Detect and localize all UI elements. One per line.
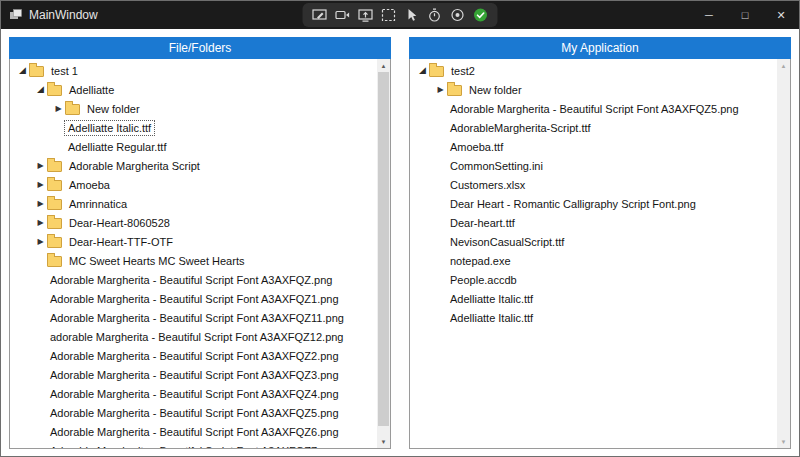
tree-item[interactable]: ▶ New folder bbox=[410, 80, 777, 99]
tree-item-label[interactable]: Adorable Margherita - Beautiful Script F… bbox=[47, 273, 335, 287]
tree-item-label[interactable]: Adelliatte Italic.ttf bbox=[447, 311, 536, 325]
scroll-down-icon[interactable]: ▼ bbox=[377, 435, 390, 448]
tree-item[interactable]: ◢ test 1 bbox=[10, 61, 377, 80]
tree-item[interactable]: Dear Heart - Romantic Calligraphy Script… bbox=[410, 194, 777, 213]
expander-icon[interactable]: ▶ bbox=[34, 219, 47, 227]
tree-item[interactable]: ▶ Dear-Heart-TTF-OTF bbox=[10, 232, 377, 251]
tree-item[interactable]: Amoeba.ttf bbox=[410, 137, 777, 156]
tree-item[interactable]: NevisonCasualScript.ttf bbox=[410, 232, 777, 251]
tree-item[interactable]: Adelliatte Regular.ttf bbox=[10, 137, 377, 156]
application-tree-container: ◢ test2 ▶ New folder Adorable Margherita… bbox=[409, 59, 791, 449]
tree-item-label[interactable]: Adelliatte Italic.ttf bbox=[447, 292, 536, 306]
tree-item-label[interactable]: Dear-Heart-8060528 bbox=[66, 216, 173, 230]
tree-item-label[interactable]: AdorableMargherita-Script.ttf bbox=[447, 121, 594, 135]
tree-item[interactable]: Adelliatte Italic.ttf bbox=[410, 308, 777, 327]
tree-item-label[interactable]: NevisonCasualScript.ttf bbox=[447, 235, 567, 249]
files-scrollbar[interactable]: ▲ ▼ bbox=[377, 59, 390, 448]
tree-item[interactable]: Adorable Margherita - Beautiful Script F… bbox=[10, 384, 377, 403]
application-scrollbar[interactable]: ▲ ▼ bbox=[777, 59, 790, 448]
expander-icon[interactable]: ◢ bbox=[16, 66, 29, 75]
expander-icon[interactable]: ▶ bbox=[52, 105, 65, 113]
tree-item-label[interactable]: Adorable Margherita Script bbox=[66, 159, 203, 173]
video-camera-icon[interactable] bbox=[335, 7, 351, 23]
scrollbar-thumb[interactable] bbox=[378, 72, 389, 426]
tree-item-label[interactable]: adorable Margherita - Beautiful Script F… bbox=[47, 330, 347, 344]
tree-item-label[interactable]: New folder bbox=[466, 83, 525, 97]
expander-icon[interactable]: ▶ bbox=[34, 238, 47, 246]
tree-item-label[interactable]: Adorable Margherita - Beautiful Script F… bbox=[47, 292, 342, 306]
tree-item-label[interactable]: Amoeba.ttf bbox=[447, 140, 506, 154]
tree-item[interactable]: AdorableMargherita-Script.ttf bbox=[410, 118, 777, 137]
tree-item-label[interactable]: Adorable Margherita - Beautiful Script F… bbox=[447, 102, 742, 116]
tree-item[interactable]: ▶ Adorable Margherita Script bbox=[10, 156, 377, 175]
scroll-up-icon[interactable]: ▲ bbox=[777, 59, 790, 72]
expander-icon[interactable]: ◢ bbox=[416, 66, 429, 75]
maximize-button[interactable]: □ bbox=[727, 1, 763, 29]
tree-item-label[interactable]: test 1 bbox=[48, 64, 81, 78]
scroll-up-icon[interactable]: ▲ bbox=[377, 59, 390, 72]
tree-item-label[interactable]: Dear Heart - Romantic Calligraphy Script… bbox=[447, 197, 699, 211]
tree-item[interactable]: Adelliatte Italic.ttf bbox=[410, 289, 777, 308]
success-check-icon[interactable] bbox=[473, 7, 489, 23]
cursor-pointer-icon[interactable] bbox=[404, 7, 420, 23]
tree-item[interactable]: Dear-heart.ttf bbox=[410, 213, 777, 232]
tree-item[interactable]: CommonSetting.ini bbox=[410, 156, 777, 175]
tree-item[interactable]: ▶ New folder bbox=[10, 99, 377, 118]
tree-item[interactable]: Adorable Margherita - Beautiful Script F… bbox=[410, 99, 777, 118]
tree-item[interactable]: ▶ Amrinnatica bbox=[10, 194, 377, 213]
tree-item-label[interactable]: Adorable Margherita - Beautiful Script F… bbox=[47, 425, 342, 439]
tree-item-label[interactable]: Adelliatte Italic.ttf bbox=[65, 121, 154, 135]
screen-capture-icon[interactable] bbox=[358, 7, 374, 23]
tree-item[interactable]: Adorable Margherita - Beautiful Script F… bbox=[10, 365, 377, 384]
region-select-icon[interactable] bbox=[381, 7, 397, 23]
tree-item-label[interactable]: Amoeba bbox=[66, 178, 113, 192]
tree-item[interactable]: ◢ test2 bbox=[410, 61, 777, 80]
tree-item-label[interactable]: test2 bbox=[448, 64, 478, 78]
tree-item-label[interactable]: Adorable Margherita - Beautiful Script F… bbox=[47, 406, 342, 420]
tree-item-label[interactable]: notepad.exe bbox=[447, 254, 514, 268]
tree-item-label[interactable]: New folder bbox=[84, 102, 143, 116]
tree-item[interactable]: Adorable Margherita - Beautiful Script F… bbox=[10, 422, 377, 441]
tree-item-label[interactable]: Dear-Heart-TTF-OTF bbox=[66, 235, 176, 249]
scroll-down-icon[interactable]: ▼ bbox=[777, 435, 790, 448]
tree-item[interactable]: ▶ Dear-Heart-8060528 bbox=[10, 213, 377, 232]
timer-icon[interactable] bbox=[427, 7, 443, 23]
tree-item-label[interactable]: Adelliatte bbox=[66, 83, 117, 97]
screen-annotate-icon[interactable] bbox=[312, 7, 328, 23]
tree-item[interactable]: Adorable Margherita - Beautiful Script F… bbox=[10, 346, 377, 365]
expander-icon[interactable]: ◢ bbox=[34, 85, 47, 94]
tree-item-label[interactable]: Adorable Margherita - Beautiful Script F… bbox=[47, 349, 342, 363]
expander-icon[interactable]: ▶ bbox=[34, 181, 47, 189]
tree-item-label[interactable]: Adorable Margherita - Beautiful Script F… bbox=[47, 311, 347, 325]
tree-item-label[interactable]: Adorable Margherita - Beautiful Script F… bbox=[47, 444, 342, 449]
tree-item-label[interactable]: Customers.xlsx bbox=[447, 178, 528, 192]
close-button[interactable]: ✕ bbox=[763, 1, 799, 29]
tree-item-label[interactable]: CommonSetting.ini bbox=[447, 159, 546, 173]
tree-item[interactable]: MC Sweet Hearts MC Sweet Hearts bbox=[10, 251, 377, 270]
tree-item-label[interactable]: Adorable Margherita - Beautiful Script F… bbox=[47, 368, 342, 382]
tree-item[interactable]: Adorable Margherita - Beautiful Script F… bbox=[10, 289, 377, 308]
tree-item[interactable]: Adelliatte Italic.ttf bbox=[10, 118, 377, 137]
tree-item[interactable]: Adorable Margherita - Beautiful Script F… bbox=[10, 403, 377, 422]
expander-icon[interactable]: ▶ bbox=[34, 162, 47, 170]
tree-item-label[interactable]: Adorable Margherita - Beautiful Script F… bbox=[47, 387, 342, 401]
minimize-button[interactable]: ─ bbox=[691, 1, 727, 29]
tree-item[interactable]: Adorable Margherita - Beautiful Script F… bbox=[10, 441, 377, 448]
window-controls: ─ □ ✕ bbox=[691, 1, 799, 29]
tree-item-label[interactable]: Dear-heart.ttf bbox=[447, 216, 518, 230]
tree-item-label[interactable]: Amrinnatica bbox=[66, 197, 130, 211]
tree-item[interactable]: ▶ Amoeba bbox=[10, 175, 377, 194]
tree-item[interactable]: People.accdb bbox=[410, 270, 777, 289]
tree-item[interactable]: Customers.xlsx bbox=[410, 175, 777, 194]
tree-item[interactable]: adorable Margherita - Beautiful Script F… bbox=[10, 327, 377, 346]
tree-item-label[interactable]: People.accdb bbox=[447, 273, 520, 287]
tree-item[interactable]: Adorable Margherita - Beautiful Script F… bbox=[10, 308, 377, 327]
tree-item-label[interactable]: Adelliatte Regular.ttf bbox=[65, 140, 169, 154]
tree-item-label[interactable]: MC Sweet Hearts MC Sweet Hearts bbox=[66, 254, 247, 268]
tree-item[interactable]: ◢ Adelliatte bbox=[10, 80, 377, 99]
tree-item[interactable]: Adorable Margherita - Beautiful Script F… bbox=[10, 270, 377, 289]
expander-icon[interactable]: ▶ bbox=[434, 86, 447, 94]
expander-icon[interactable]: ▶ bbox=[34, 200, 47, 208]
tree-item[interactable]: notepad.exe bbox=[410, 251, 777, 270]
record-icon[interactable] bbox=[450, 7, 466, 23]
